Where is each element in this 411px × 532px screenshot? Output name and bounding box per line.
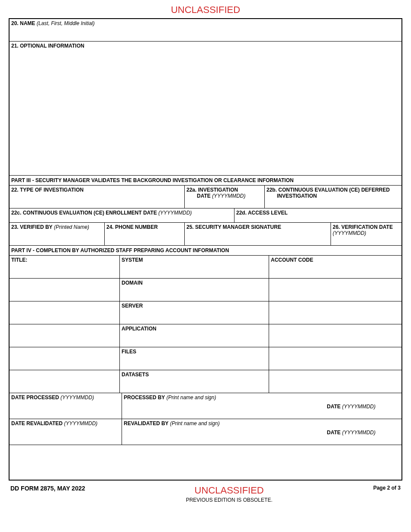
form-id: DD FORM 2875, MAY 2022 <box>10 485 85 492</box>
processed-date-section: DATE (YYYYMMDD) <box>327 404 376 410</box>
top-classification: UNCLASSIFIED <box>9 4 402 16</box>
security-signature-label: 25. SECURITY MANAGER SIGNATURE <box>186 224 281 230</box>
server-label: SERVER <box>122 303 143 309</box>
processed-by-label: PROCESSED BY <box>124 394 165 401</box>
type-investigation-field[interactable]: 22. TYPE OF INVESTIGATION <box>10 186 185 208</box>
investigation-date-label: 22a. INVESTIGATION <box>186 187 238 193</box>
date-processed-label: DATE PROCESSED <box>11 394 59 401</box>
ce-deferred-field[interactable]: 22b. CONTINUOUS EVALUATION (CE) DEFERRED… <box>265 186 401 208</box>
account-blank-2[interactable] <box>269 301 401 324</box>
account-blank-1[interactable] <box>269 279 401 301</box>
verified-by-field[interactable]: 23. VERIFIED BY (Printed Name) <box>10 223 105 245</box>
optional-info-label: 21. OPTIONAL INFORMATION <box>11 43 84 49</box>
ce-deferred-sub: INVESTIGATION <box>277 193 317 199</box>
application-field[interactable]: APPLICATION <box>120 324 269 347</box>
files-label: FILES <box>122 349 136 355</box>
verification-date-hint: (YYYYMMDD) <box>333 230 366 236</box>
account-blank-3[interactable] <box>269 324 401 347</box>
verification-date-label: 26. VERIFICATION DATE <box>333 224 393 230</box>
title-blank-4[interactable] <box>10 347 120 370</box>
ce-deferred-label: 22b. CONTINUOUS EVALUATION (CE) DEFERRED <box>267 187 390 193</box>
optional-info-field[interactable]: 21. OPTIONAL INFORMATION <box>10 42 401 176</box>
verification-date-field[interactable]: 26. VERIFICATION DATE (YYYYMMDD) <box>331 223 401 245</box>
footer: DD FORM 2875, MAY 2022 UNCLASSIFIED PREV… <box>9 485 402 503</box>
phone-number-label: 24. PHONE NUMBER <box>106 224 158 230</box>
processed-date-hint: (YYYYMMDD) <box>342 404 376 410</box>
part4-header: PART IV - COMPLETION BY AUTHORIZED STAFF… <box>10 246 401 256</box>
title-blank-2[interactable] <box>10 301 120 324</box>
account-blank-5[interactable] <box>269 370 401 393</box>
security-signature-field[interactable]: 25. SECURITY MANAGER SIGNATURE <box>185 223 331 245</box>
revalidated-date-hint: (YYYYMMDD) <box>342 429 376 436</box>
bottom-classification: UNCLASSIFIED <box>186 485 273 496</box>
domain-label: DOMAIN <box>122 280 143 286</box>
footer-center: UNCLASSIFIED PREVIOUS EDITION IS OBSOLET… <box>186 485 273 503</box>
investigation-date-field[interactable]: 22a. INVESTIGATION DATE (YYYYMMDD) <box>185 186 265 208</box>
type-investigation-label: 22. TYPE OF INVESTIGATION <box>11 187 83 193</box>
system-field[interactable]: SYSTEM <box>120 256 269 278</box>
application-label: APPLICATION <box>122 326 156 332</box>
ce-enrollment-label: 22c. CONTINUOUS EVALUATION (CE) ENROLLME… <box>11 210 157 216</box>
title-blank-1[interactable] <box>10 279 120 301</box>
form-container: 20. NAME (Last, First, Middle Initial) 2… <box>9 18 402 481</box>
investigation-date-hint: (YYYYMMDD) <box>212 193 245 199</box>
domain-field[interactable]: DOMAIN <box>120 279 269 301</box>
system-label: SYSTEM <box>122 257 143 263</box>
date-revalidated-hint: (YYYYMMDD) <box>64 420 97 426</box>
ce-enrollment-field[interactable]: 22c. CONTINUOUS EVALUATION (CE) ENROLLME… <box>10 208 234 222</box>
files-field[interactable]: FILES <box>120 347 269 370</box>
access-level-label: 22d. ACCESS LEVEL <box>236 210 288 216</box>
datasets-field[interactable]: DATASETS <box>120 370 269 393</box>
date-processed-field[interactable]: DATE PROCESSED (YYYYMMDD) <box>10 393 122 419</box>
revalidated-date-label: DATE <box>327 429 341 436</box>
revalidated-by-hint: (Print name and sign) <box>170 420 220 426</box>
bottom-blank[interactable] <box>10 445 401 480</box>
datasets-label: DATASETS <box>122 372 149 378</box>
title-label: TITLE: <box>11 257 27 263</box>
title-blank-3[interactable] <box>10 324 120 347</box>
revalidated-date-section: DATE (YYYYMMDD) <box>327 429 376 436</box>
phone-number-field[interactable]: 24. PHONE NUMBER <box>105 223 185 245</box>
access-level-field[interactable]: 22d. ACCESS LEVEL <box>234 208 401 222</box>
title-field[interactable]: TITLE: <box>10 256 120 278</box>
name-hint: (Last, First, Middle Initial) <box>37 20 95 26</box>
verified-by-label: 23. VERIFIED BY <box>11 224 52 230</box>
verified-by-hint: (Printed Name) <box>54 224 89 230</box>
date-processed-hint: (YYYYMMDD) <box>61 394 94 401</box>
processed-by-field[interactable]: PROCESSED BY (Print name and sign) DATE … <box>122 393 401 419</box>
part3-header: PART III - SECURITY MANAGER VALIDATES TH… <box>10 176 401 186</box>
processed-date-label: DATE <box>327 404 341 410</box>
page-number: Page 2 of 3 <box>373 485 401 491</box>
processed-by-hint: (Print name and sign) <box>167 394 216 401</box>
account-blank-4[interactable] <box>269 347 401 370</box>
date-revalidated-label: DATE REVALIDATED <box>11 420 63 426</box>
name-field[interactable]: 20. NAME (Last, First, Middle Initial) <box>10 19 401 42</box>
account-code-field[interactable]: ACCOUNT CODE <box>269 256 401 278</box>
date-revalidated-field[interactable]: DATE REVALIDATED (YYYYMMDD) <box>10 419 122 445</box>
revalidated-by-label: REVALIDATED BY <box>124 420 169 426</box>
ce-enrollment-hint: (YYYYMMDD) <box>158 210 192 216</box>
title-blank-5[interactable] <box>10 370 120 393</box>
revalidated-by-field[interactable]: REVALIDATED BY (Print name and sign) DAT… <box>122 419 401 445</box>
obsolete-notice: PREVIOUS EDITION IS OBSOLETE. <box>186 497 273 503</box>
name-label: 20. NAME <box>11 20 35 26</box>
account-code-label: ACCOUNT CODE <box>271 257 313 263</box>
investigation-date-sub: DATE <box>197 193 211 199</box>
server-field[interactable]: SERVER <box>120 301 269 324</box>
